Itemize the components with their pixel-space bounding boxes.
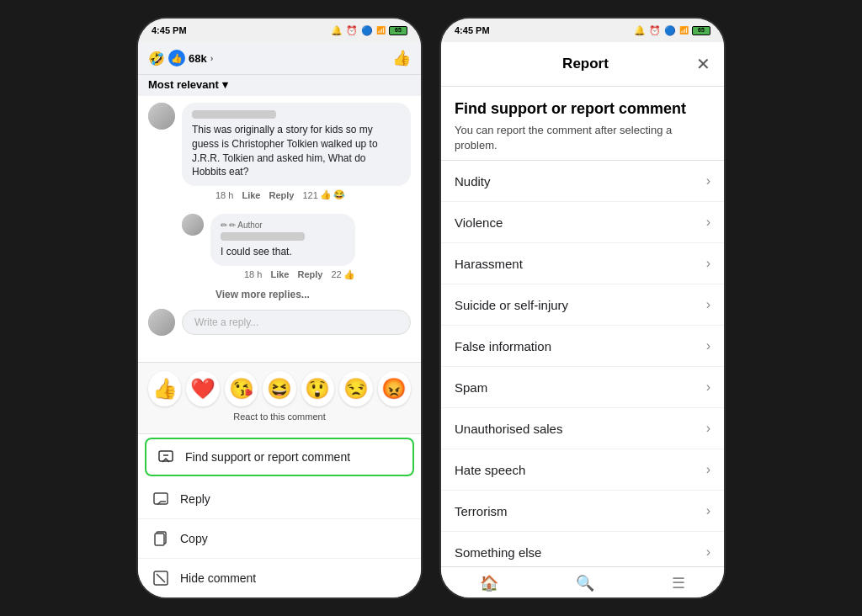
chevron-unauth-sales: › [706,421,710,436]
time-left: 4:45 PM [152,25,187,35]
comment-likes-2: 22 👍 [331,269,354,280]
nav-search[interactable]: 🔍 [576,574,594,594]
reaction-care[interactable]: 😘 [225,371,258,406]
status-icons-right: 🔔 ⏰ 🔵 📶 65 [634,25,710,36]
battery-icon: 65 [389,26,407,35]
write-reply-row: Write a reply... [148,309,411,336]
like-btn-2[interactable]: Like [270,269,289,279]
avatar-1 [148,103,175,130]
reply-label: Reply [180,492,210,506]
bell-icon-r: 🔔 [634,25,646,36]
search-icon: 🔍 [576,574,594,592]
reaction-wow[interactable]: 😲 [301,371,334,406]
avatar-writer [148,309,175,336]
chevron-terrorism: › [706,503,710,518]
comment-likes-count-1: 121 [302,190,317,200]
report-main-title: Find support or report comment [455,100,710,118]
bluetooth-icon: 🔵 [361,25,373,36]
chevron-nudity: › [706,173,710,189]
option-label-something-else: Something else [455,545,541,560]
reaction-love[interactable]: ❤️ [186,371,219,406]
report-option-nudity[interactable]: Nudity › [441,161,724,202]
svg-rect-2 [154,493,168,504]
comments-area: This was originally a story for kids so … [138,96,421,362]
report-option-hate-speech[interactable]: Hate speech › [441,449,724,491]
battery-icon-r: 65 [692,26,710,35]
comment-item-2: ✏ ✏ Author I could see that. 18 h Like R [172,207,421,287]
thumbs-up-outline[interactable]: 👍 [392,49,411,67]
hide-icon [152,569,170,587]
alarm-icon: ⏰ [346,25,358,36]
status-bar-right: 4:45 PM 🔔 ⏰ 🔵 📶 65 [441,19,724,42]
comment-name-blurred-2 [221,231,345,243]
alarm-icon-r: ⏰ [649,25,661,36]
status-bar-left: 4:45 PM 🔔 ⏰ 🔵 📶 65 [138,19,421,42]
comment-item-1: This was originally a story for kids so … [138,96,421,207]
nav-home[interactable]: 🏠 [480,574,498,594]
like-circle: 👍 [168,50,185,66]
report-option-unauth-sales[interactable]: Unauthorised sales › [441,408,724,449]
reply-input[interactable]: Write a reply... [182,310,411,335]
report-option-harassment[interactable]: Harassment › [441,243,724,284]
reactions-bar: 👍 ❤️ 😘 😆 😲 😒 😡 React to this comment [138,362,421,433]
comment-text-2: I could see that. [221,245,345,259]
fb-header: 🤣 👍 68k › 👍 [138,42,421,75]
reply-btn-2[interactable]: Reply [297,269,322,279]
report-description-section: Find support or report comment You can r… [441,87,724,161]
hide-comment-item[interactable]: Hide comment [138,559,421,597]
copy-menu-item[interactable]: Copy [138,519,421,559]
option-label-harassment: Harassment [455,257,523,271]
report-option-terrorism[interactable]: Terrorism › [441,491,724,532]
home-icon: 🏠 [480,574,498,592]
reply-menu-item[interactable]: Reply [138,480,421,519]
reactions-row: 👍 ❤️ 😘 😆 😲 😒 😡 [148,371,411,406]
pen-icon: ✏ [221,220,227,230]
bottom-nav: 🏠 🔍 ☰ [441,566,724,597]
copy-icon [152,529,170,548]
comment-text-1: This was originally a story for kids so … [192,123,401,179]
reply-section: ✏ ✏ Author I could see that. 18 h Like R [172,207,421,305]
report-comment-item[interactable]: Find support or report comment [145,438,414,476]
chevron-violence: › [706,215,710,230]
hide-label: Hide comment [180,571,256,585]
view-more-replies[interactable]: View more replies... [216,287,421,305]
like-emoji-2: 👍 [343,269,355,280]
avatar-2 [182,214,204,236]
bell-icon: 🔔 [331,25,343,36]
like-emoji-1: 👍 [320,189,332,200]
close-button[interactable]: ✕ [696,54,710,74]
comment-actions-1: 18 h Like Reply 121 👍 😂 [216,189,411,200]
chevron-false-info: › [706,338,710,353]
report-option-something-else[interactable]: Something else › [441,532,724,566]
report-option-false-info[interactable]: False information › [441,326,724,367]
comment-time-2: 18 h [244,269,262,279]
author-tag: ✏ ✏ Author [221,220,345,230]
chevron-suicide: › [706,297,710,312]
report-options-list: Nudity › Violence › Harassment › Suicide… [441,161,724,566]
sort-label: Most relevant [148,78,219,91]
report-option-violence[interactable]: Violence › [441,202,724,243]
like-btn-1[interactable]: Like [242,190,260,200]
comment-likes-count-2: 22 [331,269,341,279]
reaction-sad[interactable]: 😒 [339,371,372,406]
header-chevron: › [210,53,214,63]
option-label-hate-speech: Hate speech [455,463,525,477]
sort-selector[interactable]: Most relevant ▾ [138,75,421,96]
reaction-haha[interactable]: 😆 [263,371,295,406]
option-label-nudity: Nudity [455,174,491,189]
likes-count: 68k [189,52,207,65]
chevron-harassment: › [706,256,710,271]
reply-btn-1[interactable]: Reply [269,190,294,200]
status-icons-left: 🔔 ⏰ 🔵 📶 65 [331,25,407,36]
reaction-like[interactable]: 👍 [148,371,181,406]
report-option-spam[interactable]: Spam › [441,367,724,408]
comment-time-1: 18 h [216,190,233,200]
option-label-violence: Violence [455,215,503,230]
report-option-suicide[interactable]: Suicide or self-injury › [441,284,724,326]
reply-icon [152,490,170,508]
fb-likes-row: 🤣 👍 68k › [148,50,213,66]
report-header: Report ✕ [441,42,724,87]
reaction-angry[interactable]: 😡 [378,371,411,406]
chevron-spam: › [706,380,710,395]
nav-menu[interactable]: ☰ [672,574,685,594]
